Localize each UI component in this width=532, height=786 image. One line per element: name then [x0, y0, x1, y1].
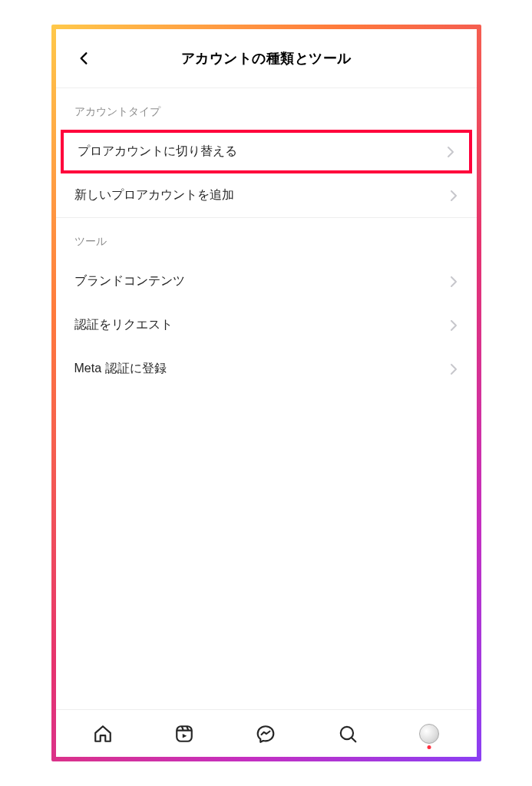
search-icon [338, 724, 358, 744]
row-brand-content[interactable]: ブランドコンテンツ [56, 259, 477, 303]
content-area: アカウントタイプ プロアカウントに切り替える 新しいプロアカウントを追加 ツール [56, 88, 477, 709]
chevron-right-icon [449, 319, 458, 332]
section-header-tools: ツール [56, 218, 477, 259]
page-title: アカウントの種類とツール [181, 49, 352, 68]
profile-avatar-icon [419, 724, 439, 744]
header-bar: アカウントの種類とツール [56, 29, 477, 88]
back-button[interactable] [71, 46, 96, 71]
nav-messenger[interactable] [249, 717, 283, 751]
row-meta-verified[interactable]: Meta 認証に登録 [56, 347, 477, 391]
highlight-annotation: プロアカウントに切り替える [61, 130, 472, 173]
home-icon [93, 724, 113, 744]
row-switch-pro-account[interactable]: プロアカウントに切り替える [64, 133, 469, 170]
row-label: プロアカウントに切り替える [78, 144, 237, 160]
row-label: 認証をリクエスト [74, 317, 173, 333]
app-screen: アカウントの種類とツール アカウントタイプ プロアカウントに切り替える 新しいプ… [56, 29, 477, 757]
row-label: ブランドコンテンツ [74, 273, 185, 289]
nav-home[interactable] [86, 717, 120, 751]
nav-reels[interactable] [167, 717, 201, 751]
chevron-right-icon [446, 146, 455, 158]
bottom-navigation [56, 709, 477, 757]
row-add-pro-account[interactable]: 新しいプロアカウントを追加 [56, 173, 477, 217]
row-label: Meta 認証に登録 [74, 361, 167, 377]
notification-dot [428, 745, 431, 749]
row-request-verification[interactable]: 認証をリクエスト [56, 303, 477, 347]
section-header-account-type: アカウントタイプ [56, 88, 477, 130]
reels-icon [174, 724, 194, 744]
chevron-right-icon [449, 276, 458, 288]
svg-rect-0 [177, 726, 192, 741]
nav-profile[interactable] [412, 717, 446, 751]
row-label: 新しいプロアカウントを追加 [74, 187, 234, 203]
nav-search[interactable] [331, 717, 365, 751]
chevron-left-icon [76, 51, 91, 66]
chevron-right-icon [449, 363, 458, 375]
messenger-icon [256, 724, 276, 744]
gradient-frame: アカウントの種類とツール アカウントタイプ プロアカウントに切り替える 新しいプ… [51, 25, 481, 761]
svg-point-1 [341, 726, 353, 738]
chevron-right-icon [449, 190, 458, 202]
